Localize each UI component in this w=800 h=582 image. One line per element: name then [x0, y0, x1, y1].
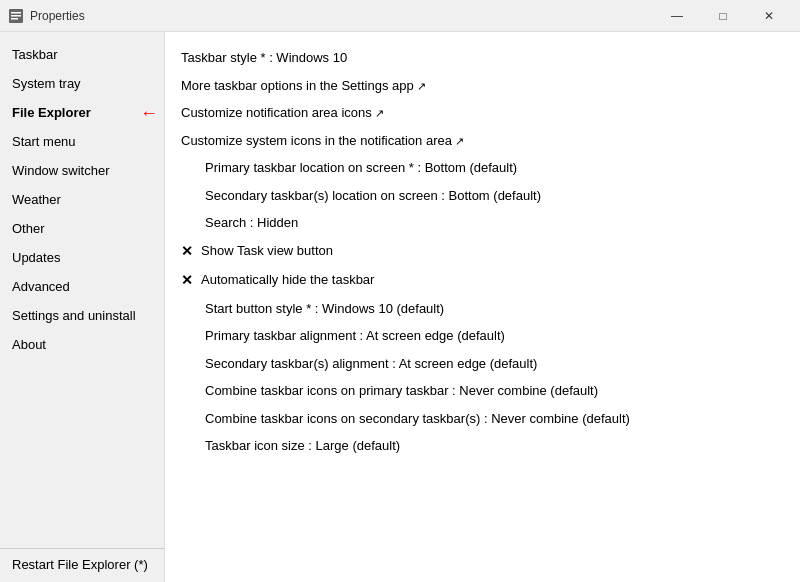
window-title: Properties [30, 9, 654, 23]
content-item-customize-system-icons[interactable]: Customize system icons in the notificati… [181, 127, 784, 155]
content-item-taskbar-style: Taskbar style * : Windows 10 [181, 44, 784, 72]
minimize-button[interactable]: — [654, 0, 700, 32]
sidebar-item-start-menu[interactable]: Start menu [0, 127, 164, 156]
content-item-show-task-view: ✕Show Task view button [181, 237, 784, 266]
sidebar-item-window-switcher[interactable]: Window switcher [0, 156, 164, 185]
content-text-primary-taskbar-location: Primary taskbar location on screen * : B… [205, 158, 517, 178]
content-text-customize-system-icons[interactable]: Customize system icons in the notificati… [181, 131, 464, 151]
content-text-auto-hide: Automatically hide the taskbar [201, 270, 374, 290]
sidebar-item-settings-and-uninstall[interactable]: Settings and uninstall [0, 301, 164, 330]
svg-rect-1 [11, 12, 21, 14]
maximize-button[interactable]: □ [700, 0, 746, 32]
content-text-taskbar-icon-size: Taskbar icon size : Large (default) [205, 436, 400, 456]
content-text-more-taskbar-options[interactable]: More taskbar options in the Settings app… [181, 76, 426, 96]
content-item-more-taskbar-options[interactable]: More taskbar options in the Settings app… [181, 72, 784, 100]
restart-file-explorer-link[interactable]: Restart File Explorer (*) [12, 557, 148, 572]
content-text-combine-secondary: Combine taskbar icons on secondary taskb… [205, 409, 630, 429]
content-text-secondary-taskbar-alignment: Secondary taskbar(s) alignment : At scre… [205, 354, 537, 374]
sidebar-item-about[interactable]: About [0, 330, 164, 359]
window-controls: — □ ✕ [654, 0, 792, 32]
content-text-customize-notification[interactable]: Customize notification area icons ↗ [181, 103, 384, 123]
x-icon: ✕ [181, 270, 193, 291]
content-item-auto-hide: ✕Automatically hide the taskbar [181, 266, 784, 295]
sidebar-bottom: Restart File Explorer (*) [0, 548, 164, 582]
sidebar: TaskbarSystem trayFile Explorer←Start me… [0, 32, 165, 582]
content-item-secondary-taskbar-alignment: Secondary taskbar(s) alignment : At scre… [181, 350, 784, 378]
link-arrow-icon: ↗ [414, 80, 426, 92]
content-item-primary-taskbar-location: Primary taskbar location on screen * : B… [181, 154, 784, 182]
sidebar-item-weather[interactable]: Weather [0, 185, 164, 214]
sidebar-item-other[interactable]: Other [0, 214, 164, 243]
main-container: TaskbarSystem trayFile Explorer←Start me… [0, 32, 800, 582]
content-item-start-button-style: Start button style * : Windows 10 (defau… [181, 295, 784, 323]
link-arrow-icon: ↗ [452, 135, 464, 147]
sidebar-item-file-explorer[interactable]: File Explorer← [0, 98, 164, 127]
sidebar-item-taskbar[interactable]: Taskbar [0, 40, 164, 69]
content-item-combine-secondary: Combine taskbar icons on secondary taskb… [181, 405, 784, 433]
content-text-combine-primary: Combine taskbar icons on primary taskbar… [205, 381, 598, 401]
sidebar-item-updates[interactable]: Updates [0, 243, 164, 272]
svg-rect-3 [11, 18, 18, 20]
sidebar-item-advanced[interactable]: Advanced [0, 272, 164, 301]
content-item-search: Search : Hidden [181, 209, 784, 237]
content-area: Taskbar style * : Windows 10More taskbar… [165, 32, 800, 582]
title-bar: Properties — □ ✕ [0, 0, 800, 32]
x-icon: ✕ [181, 241, 193, 262]
link-arrow-icon: ↗ [372, 107, 384, 119]
content-text-taskbar-style: Taskbar style * : Windows 10 [181, 48, 347, 68]
app-icon [8, 8, 24, 24]
content-text-start-button-style: Start button style * : Windows 10 (defau… [205, 299, 444, 319]
svg-rect-2 [11, 15, 21, 17]
content-text-search: Search : Hidden [205, 213, 298, 233]
content-item-primary-taskbar-alignment: Primary taskbar alignment : At screen ed… [181, 322, 784, 350]
content-item-customize-notification[interactable]: Customize notification area icons ↗ [181, 99, 784, 127]
content-item-taskbar-icon-size: Taskbar icon size : Large (default) [181, 432, 784, 460]
content-item-secondary-taskbar-location: Secondary taskbar(s) location on screen … [181, 182, 784, 210]
content-text-secondary-taskbar-location: Secondary taskbar(s) location on screen … [205, 186, 541, 206]
content-text-show-task-view: Show Task view button [201, 241, 333, 261]
sidebar-nav: TaskbarSystem trayFile Explorer←Start me… [0, 32, 164, 548]
content-item-combine-primary: Combine taskbar icons on primary taskbar… [181, 377, 784, 405]
sidebar-item-system-tray[interactable]: System tray [0, 69, 164, 98]
content-text-primary-taskbar-alignment: Primary taskbar alignment : At screen ed… [205, 326, 505, 346]
close-button[interactable]: ✕ [746, 0, 792, 32]
sidebar-arrow-icon: ← [140, 104, 158, 122]
